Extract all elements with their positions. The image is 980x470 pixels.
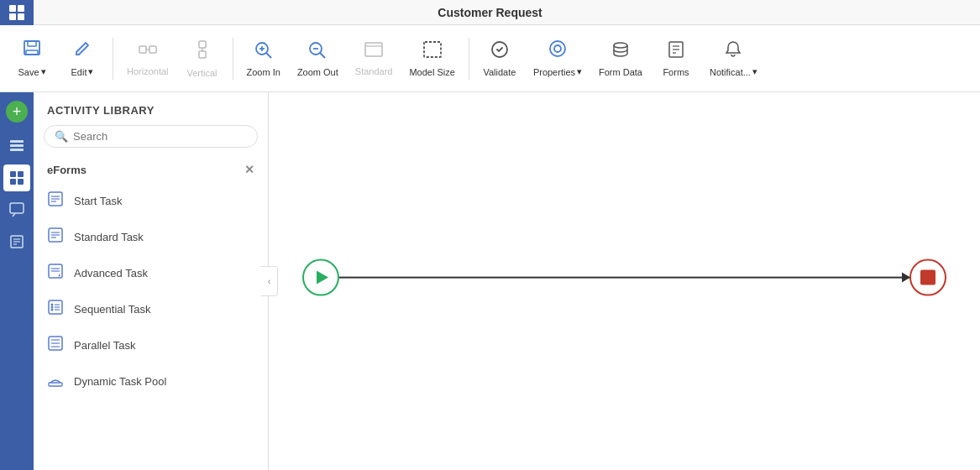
standard-task-label: Standard Task — [74, 231, 144, 243]
svg-rect-62 — [49, 383, 62, 386]
notifications-icon — [724, 39, 742, 63]
edit-icon — [73, 39, 92, 63]
sidebar-item-start-task[interactable]: Start Task — [34, 183, 268, 219]
notifications-button[interactable]: Notificat... ▾ — [703, 34, 764, 82]
properties-icon — [548, 39, 567, 63]
advanced-task-icon — [47, 263, 64, 284]
forms-icon — [667, 40, 685, 64]
zoom-out-label: Zoom Out — [297, 67, 338, 77]
forms-button[interactable]: Forms — [652, 35, 700, 82]
svg-rect-34 — [10, 203, 24, 213]
svg-rect-6 — [199, 41, 206, 48]
sidebar-item-standard-task[interactable]: Standard Task — [34, 219, 268, 255]
properties-button[interactable]: Properties ▾ — [527, 34, 589, 82]
svg-rect-3 — [139, 46, 146, 53]
dynamic-task-pool-label: Dynamic Task Pool — [74, 375, 166, 388]
sidebar-item-parallel-task[interactable]: Parallel Task — [34, 327, 268, 363]
flow-canvas[interactable] — [269, 92, 980, 470]
form-data-button[interactable]: Form Data — [592, 35, 649, 82]
svg-point-21 — [550, 41, 565, 56]
sidebar-item-dynamic-task-pool[interactable]: Dynamic Task Pool — [34, 363, 268, 400]
flow-end-inner — [920, 270, 935, 285]
toolbar-divider-2 — [233, 38, 233, 80]
category-close-button[interactable]: ✕ — [244, 163, 254, 176]
add-nav-button[interactable]: + — [6, 101, 28, 123]
horizontal-button[interactable]: Horizontal — [120, 36, 176, 81]
form-data-label: Form Data — [599, 67, 642, 77]
form-data-icon — [611, 40, 630, 64]
sequential-task-label: Sequential Task — [74, 303, 151, 316]
toolbar: Save ▾ Edit ▾ Horizontal Vertical Zoom I… — [0, 25, 980, 92]
edit-button[interactable]: Edit ▾ — [59, 34, 106, 82]
zoom-in-button[interactable]: Zoom In — [240, 35, 287, 82]
sidebar: ACTIVITY LIBRARY 🔍 eForms ✕ Start Task S… — [34, 92, 269, 470]
notifications-label: Notificat... ▾ — [710, 66, 757, 77]
model-size-label: Model Size — [409, 67, 454, 77]
parallel-task-icon — [47, 335, 64, 356]
advanced-task-label: Advanced Task — [74, 267, 148, 279]
svg-rect-32 — [10, 179, 16, 185]
svg-rect-1 — [28, 41, 36, 46]
svg-point-53 — [51, 306, 54, 309]
nav-chat-icon[interactable] — [3, 196, 30, 223]
main-area: + ACTIVITY LIBRARY 🔍 eForms ✕ — [0, 92, 980, 470]
app-grid-button[interactable] — [0, 0, 34, 25]
search-input[interactable] — [73, 130, 247, 143]
nav-activity-icon[interactable] — [3, 164, 30, 191]
toolbar-divider-1 — [113, 38, 113, 80]
svg-point-52 — [51, 304, 54, 306]
svg-marker-50 — [59, 274, 60, 277]
horizontal-label: Horizontal — [127, 66, 169, 76]
sidebar-title: ACTIVITY LIBRARY — [34, 92, 268, 125]
validate-label: Validate — [483, 67, 516, 77]
model-size-button[interactable]: Model Size — [402, 35, 461, 82]
svg-rect-27 — [10, 140, 24, 143]
vertical-label: Vertical — [186, 68, 217, 78]
search-box[interactable]: 🔍 — [44, 125, 258, 148]
zoom-in-icon — [254, 40, 274, 64]
standard-button[interactable]: Standard — [349, 36, 400, 81]
sidebar-item-sequential-task[interactable]: Sequential Task — [34, 291, 268, 327]
validate-button[interactable]: Validate — [476, 35, 523, 82]
flow-connector-line — [339, 277, 909, 279]
svg-point-54 — [51, 309, 54, 311]
dynamic-task-pool-icon — [47, 371, 64, 392]
edit-label: Edit ▾ — [71, 66, 94, 77]
svg-line-15 — [320, 53, 325, 58]
toolbar-divider-3 — [469, 38, 469, 80]
standard-label: Standard — [355, 66, 393, 76]
zoom-out-button[interactable]: Zoom Out — [291, 35, 345, 82]
svg-rect-29 — [10, 149, 24, 151]
zoom-in-label: Zoom In — [247, 67, 280, 77]
sequential-task-icon — [47, 299, 64, 320]
parallel-task-label: Parallel Task — [74, 339, 135, 352]
search-icon: 🔍 — [55, 130, 68, 143]
page-title: Customer Request — [438, 6, 542, 19]
standard-icon — [364, 41, 384, 63]
standard-task-icon — [47, 227, 64, 248]
zoom-out-icon — [307, 40, 328, 64]
flow-end-node[interactable] — [909, 259, 946, 296]
flow-start-node[interactable] — [302, 259, 339, 296]
forms-label: Forms — [663, 67, 689, 77]
category-header: eForms ✕ — [34, 156, 268, 183]
svg-rect-7 — [199, 51, 206, 58]
vertical-button[interactable]: Vertical — [179, 34, 226, 83]
vertical-icon — [194, 39, 211, 65]
sidebar-collapse-button[interactable]: ‹ — [261, 266, 278, 296]
svg-rect-30 — [10, 171, 16, 177]
horizontal-icon — [138, 41, 158, 63]
svg-rect-28 — [10, 144, 24, 147]
grid-icon — [9, 5, 24, 20]
validate-icon — [490, 40, 509, 64]
nav-tasks-icon[interactable] — [3, 228, 30, 255]
sidebar-item-advanced-task[interactable]: Advanced Task — [34, 255, 268, 291]
category-label: eForms — [47, 164, 86, 176]
nav-list-icon[interactable] — [3, 133, 30, 159]
svg-rect-33 — [18, 179, 24, 185]
save-icon — [22, 39, 42, 63]
svg-rect-31 — [18, 171, 24, 177]
model-size-icon — [422, 40, 443, 64]
save-button[interactable]: Save ▾ — [8, 34, 55, 82]
start-task-label: Start Task — [74, 195, 123, 207]
